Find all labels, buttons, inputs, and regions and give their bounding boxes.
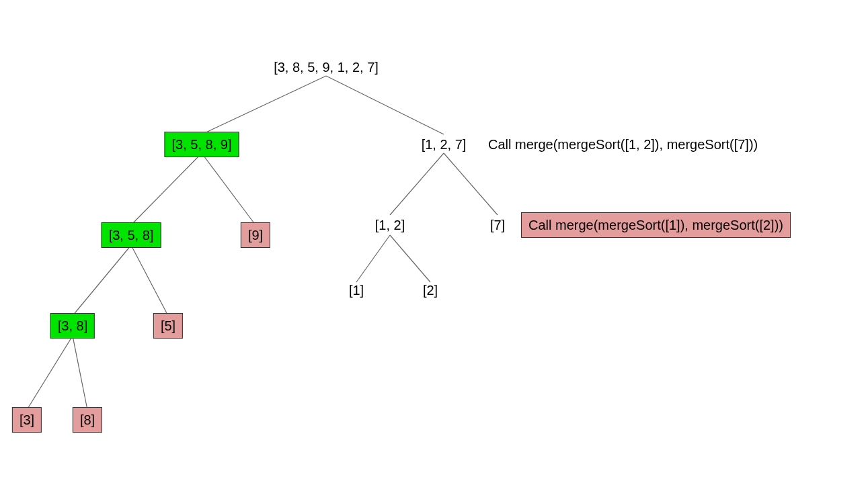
node-label: [3, 5, 8, 9]: [172, 137, 232, 152]
node-label: [7]: [490, 218, 505, 232]
node-label: [3]: [19, 412, 34, 427]
node-label: [3, 8]: [58, 318, 87, 333]
annotation-right-left: Call merge(mergeSort([1]), mergeSort([2]…: [521, 212, 791, 238]
node-left-left: [3, 5, 8]: [102, 222, 161, 248]
node-label: [1, 2, 7]: [422, 137, 467, 152]
annotation-text: Call merge(mergeSort([1]), mergeSort([2]…: [528, 218, 783, 232]
svg-line-10: [356, 235, 390, 282]
node-label: [5]: [161, 318, 175, 333]
annotation-text: Call merge(mergeSort([1, 2]), mergeSort(…: [488, 137, 758, 152]
node-right-left: [1, 2]: [368, 213, 411, 237]
svg-line-0: [202, 76, 326, 134]
node-left-left-left: [3, 8]: [50, 313, 95, 339]
node-leaf-8: [8]: [73, 407, 102, 433]
node-right: [1, 2, 7]: [415, 132, 473, 157]
node-label: [8]: [80, 412, 95, 427]
svg-line-8: [390, 153, 444, 215]
diagram-stage: [3, 8, 5, 9, 1, 2, 7] [3, 5, 8, 9] [1, 2…: [0, 0, 868, 487]
node-label: [1]: [349, 283, 364, 298]
node-root: [3, 8, 5, 9, 1, 2, 7]: [267, 55, 385, 79]
node-left-left-right: [5]: [153, 313, 183, 339]
svg-line-9: [444, 153, 498, 215]
node-left: [3, 5, 8, 9]: [165, 132, 239, 157]
node-label: [3, 8, 5, 9, 1, 2, 7]: [274, 60, 379, 75]
svg-line-3: [202, 153, 255, 225]
svg-line-2: [131, 153, 202, 225]
svg-line-7: [73, 336, 87, 410]
node-left-right: [9]: [241, 222, 270, 248]
svg-line-6: [27, 336, 73, 410]
node-label: [1, 2]: [375, 218, 405, 232]
node-right-right: [7]: [483, 213, 512, 237]
svg-line-4: [73, 245, 131, 316]
node-label: [3, 5, 8]: [109, 228, 154, 242]
node-label: [9]: [248, 228, 263, 242]
svg-line-1: [326, 76, 444, 134]
svg-line-5: [131, 245, 168, 316]
svg-line-11: [390, 235, 430, 282]
node-leaf-3: [3]: [12, 407, 42, 433]
node-right-left-left: [1]: [342, 278, 370, 302]
annotation-right: Call merge(mergeSort([1, 2]), mergeSort(…: [481, 132, 764, 157]
node-label: [2]: [423, 283, 438, 298]
node-right-left-right: [2]: [416, 278, 444, 302]
